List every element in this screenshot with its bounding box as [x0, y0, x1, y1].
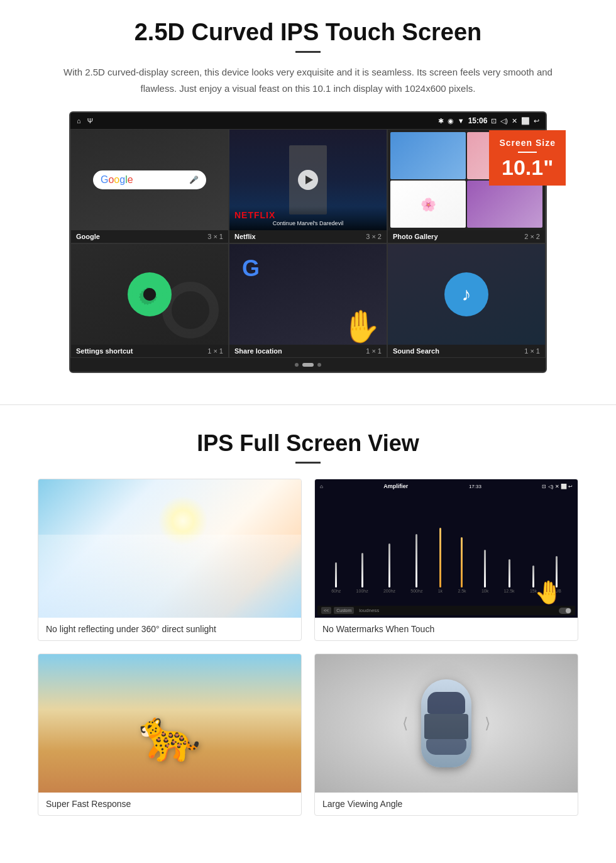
sound-label: Sound Search — [393, 347, 439, 355]
dot-2-active[interactable] — [302, 363, 314, 367]
equalizer-image: ⌂ Amplifier 17:33 ⊡ ◁) ✕ ⬜ ↩ 60hz 100hz — [315, 479, 578, 618]
eq-status-bar: ⌂ Amplifier 17:33 ⊡ ◁) ✕ ⬜ ↩ — [317, 482, 575, 491]
app-grid: Google 🎤 Google 3 × 1 — [70, 129, 546, 358]
sound-size: 1 × 1 — [524, 347, 540, 355]
back-icon: ↩ — [534, 117, 539, 125]
wifi-icon: ▼ — [458, 117, 465, 125]
section2-title: IPS Full Screen View — [38, 430, 578, 457]
photo-size: 2 × 2 — [524, 233, 540, 240]
eq-slider-6 — [461, 537, 463, 587]
eq-screen: ⌂ Amplifier 17:33 ⊡ ◁) ✕ ⬜ ↩ 60hz 100hz — [315, 479, 578, 618]
netflix-size: 3 × 2 — [366, 233, 382, 240]
screen-icon: ⬜ — [521, 117, 530, 125]
cheetah-emoji: 🐆 — [138, 706, 201, 765]
eq-slider-1 — [335, 562, 337, 587]
sound-content: ♪ — [388, 244, 545, 345]
section1-description: With 2.5D curved-display screen, this de… — [50, 64, 566, 96]
eq-bar-2k: 2.5k — [458, 537, 466, 593]
eq-slider-2 — [361, 553, 363, 587]
svg-rect-5 — [162, 292, 167, 296]
eq-bar-10k: 10k — [481, 550, 488, 593]
dot-3[interactable] — [317, 363, 321, 367]
android-screen: ⌂ Ψ ✱ ◉ ▼ 15:06 ⊡ ◁) ✕ ⬜ ↩ — [69, 111, 547, 373]
feature-grid: No light reflecting under 360° direct su… — [38, 479, 578, 816]
section2-divider — [295, 462, 321, 464]
car-body: ⟨ ⟩ — [421, 679, 471, 767]
eq-loudness-toggle[interactable] — [559, 608, 571, 614]
car-arrow-left-icon: ⟨ — [402, 715, 408, 732]
app-cell-netflix[interactable]: NETFLIX Continue Marvel's Daredevil Netf… — [229, 129, 387, 243]
photo-label-row: Photo Gallery 2 × 2 — [388, 230, 545, 243]
netflix-continue: Continue Marvel's Daredevil — [234, 220, 382, 226]
settings-gear — [128, 272, 172, 316]
photo-thumb-3: 🌸 — [390, 181, 466, 228]
settings-label: Settings shortcut — [76, 347, 133, 355]
netflix-overlay: NETFLIX Continue Marvel's Daredevil — [229, 206, 387, 230]
cheetah-caption: Super Fast Response — [38, 793, 301, 815]
settings-label-row: Settings shortcut 1 × 1 — [71, 345, 228, 357]
eq-title: Amplifier — [383, 483, 408, 489]
svg-rect-4 — [132, 292, 137, 296]
app-cell-google[interactable]: Google 🎤 Google 3 × 1 — [70, 129, 229, 243]
android-mockup: ⌂ Ψ ✱ ◉ ▼ 15:06 ⊡ ◁) ✕ ⬜ ↩ — [69, 111, 547, 373]
eq-bar-500: 500hz — [410, 534, 422, 593]
google-bg: Google 🎤 — [71, 130, 228, 230]
car-top-view — [421, 679, 471, 767]
play-button[interactable] — [298, 170, 318, 190]
share-bg: G 🤚 — [229, 244, 387, 345]
eq-home-icon: ⌂ — [320, 484, 323, 489]
google-label: Google — [76, 233, 100, 240]
google-content: Google 🎤 — [71, 130, 228, 230]
hand-touch-icon: 🤚 — [341, 308, 380, 345]
feature-card-equalizer: ⌂ Amplifier 17:33 ⊡ ◁) ✕ ⬜ ↩ 60hz 100hz — [314, 479, 578, 641]
dot-1[interactable] — [295, 363, 299, 367]
car-visual: ⟨ ⟩ — [315, 654, 578, 793]
app-cell-settings[interactable]: Settings shortcut 1 × 1 — [70, 243, 229, 358]
settings-bg — [71, 244, 228, 345]
netflix-label: Netflix — [234, 233, 256, 240]
sky-gradient — [38, 535, 301, 618]
eq-bar-1k: 1k — [438, 528, 443, 593]
sunlight-image — [38, 479, 301, 618]
share-label: Share location — [234, 347, 282, 355]
home-icon: ⌂ — [77, 117, 81, 125]
equalizer-caption: No Watermarks When Touch — [315, 618, 578, 640]
eq-bar-12k: 12.5k — [503, 559, 514, 593]
sound-label-row: Sound Search 1 × 1 — [388, 345, 545, 357]
hand-eq-icon: 🤚 — [534, 579, 563, 606]
eq-prev-btn[interactable]: << — [321, 607, 331, 614]
eq-custom-btn[interactable]: Custom — [334, 607, 354, 614]
cheetah-visual: 🐆 — [38, 654, 301, 793]
google-logo: Google — [101, 174, 133, 186]
section-curved-screen: 2.5D Curved IPS Touch Screen With 2.5D c… — [0, 0, 616, 386]
photo-thumb-1 — [390, 132, 466, 179]
share-label-row: Share location 1 × 1 — [229, 345, 387, 357]
settings-content — [71, 244, 228, 345]
close-icon: ✕ — [512, 117, 517, 125]
eq-bar-100: 100hz — [356, 553, 368, 593]
google-label-row: Google 3 × 1 — [71, 230, 228, 243]
feature-card-sunlight: No light reflecting under 360° direct su… — [38, 479, 302, 641]
camera-icon: ⊡ — [491, 117, 497, 125]
app-cell-sound[interactable]: ♪ Sound Search 1 × 1 — [387, 243, 546, 358]
car-arrow-right-icon: ⟩ — [485, 715, 490, 732]
svg-rect-3 — [148, 307, 151, 312]
eq-toggle-dot — [566, 608, 571, 613]
photo-thumb-4 — [467, 181, 542, 228]
app-cell-share[interactable]: G 🤚 Share location 1 × 1 — [229, 243, 387, 358]
google-search-bar[interactable]: Google 🎤 — [93, 170, 206, 189]
bluetooth-icon: ✱ — [438, 117, 444, 125]
eq-bar-200: 200hz — [383, 543, 395, 593]
mic-icon: 🎤 — [189, 175, 199, 184]
svg-point-10 — [143, 288, 156, 301]
section1-title: 2.5D Curved IPS Touch Screen — [38, 19, 578, 46]
car-rear-window — [426, 739, 466, 755]
section-ips: IPS Full Screen View No light reflecting… — [0, 424, 616, 835]
gear-svg — [131, 276, 168, 313]
eq-footer: << Custom loudness — [317, 606, 575, 615]
music-circle: ♪ — [444, 272, 488, 316]
car-image: ⟨ ⟩ — [315, 654, 578, 793]
sunlight-caption: No light reflecting under 360° direct su… — [38, 618, 301, 640]
usb-icon: Ψ — [87, 117, 93, 125]
eq-bar-60: 60hz — [331, 562, 341, 593]
